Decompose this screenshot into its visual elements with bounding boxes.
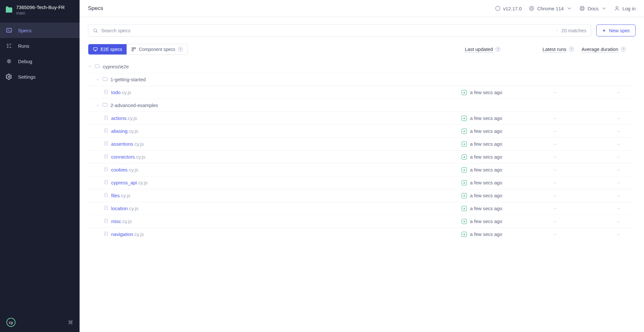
git-added-icon: +: [462, 167, 467, 172]
cell-latest-runs: --: [533, 90, 578, 95]
sidebar-item-label: Specs: [18, 28, 32, 33]
row-name: navigation.cy.js: [88, 231, 462, 237]
row-name: cypress\e2e: [88, 63, 632, 70]
cypress-version[interactable]: v12.17.0: [495, 5, 522, 11]
sidebar-footer: cy ⌘: [0, 313, 80, 332]
spec-row[interactable]: cookies.cy.js+a few secs ago----: [88, 163, 632, 176]
docs-link[interactable]: Docs: [579, 5, 607, 11]
login-button[interactable]: Log in: [614, 5, 636, 11]
svg-rect-0: [7, 28, 12, 32]
cell-latest-runs: --: [533, 128, 578, 134]
chevron-down-icon[interactable]: [96, 103, 100, 107]
spec-row[interactable]: connectors.cy.js+a few secs ago----: [88, 150, 632, 163]
git-added-icon: +: [462, 90, 467, 95]
git-added-icon: +: [462, 154, 467, 160]
help-icon[interactable]: ?: [178, 47, 183, 52]
spec-row[interactable]: misc.cy.js+a few secs ago----: [88, 215, 632, 228]
updated-text: a few secs ago: [470, 128, 502, 134]
spec-filename: todo.cy.js: [111, 90, 131, 95]
git-added-icon: +: [462, 193, 467, 198]
sidebar: 7365096-Tech-Buy-FR main Specs Runs Debu…: [0, 0, 80, 332]
spec-filename: navigation.cy.js: [111, 231, 144, 237]
cell-latest-runs: --: [533, 193, 578, 198]
updated-text: a few secs ago: [470, 206, 502, 211]
tab-label: E2E specs: [101, 47, 122, 52]
project-name: 7365096-Tech-Buy-FR: [16, 5, 65, 10]
file-icon: [103, 89, 109, 95]
cell-latest-runs: --: [533, 180, 578, 185]
help-icon[interactable]: ?: [495, 47, 501, 52]
cell-latest-runs: --: [533, 141, 578, 147]
topbar: Specs v12.17.0 Chrome 114 Docs Log in: [80, 0, 644, 17]
spec-filename: cookies.cy.js: [111, 167, 138, 172]
search-input[interactable]: [101, 28, 553, 33]
spec-filename: connectors.cy.js: [111, 154, 145, 160]
svg-rect-10: [93, 48, 97, 50]
sidebar-item-runs[interactable]: Runs: [0, 38, 80, 54]
cell-avg-duration: --: [578, 154, 632, 160]
spec-row[interactable]: todo.cy.js+a few secs ago----: [88, 86, 632, 99]
svg-point-3: [495, 6, 500, 11]
spec-row[interactable]: actions.cy.js+a few secs ago----: [88, 112, 632, 124]
spec-list-scroll[interactable]: cypress\e2e1-getting-startedtodo.cy.js+a…: [80, 59, 644, 332]
docs-text: Docs: [588, 6, 599, 11]
folder-icon: [94, 63, 100, 70]
specs-icon: [6, 27, 12, 34]
sidebar-item-label: Settings: [18, 74, 35, 80]
svg-point-8: [616, 6, 618, 8]
help-icon[interactable]: ?: [569, 47, 574, 52]
column-header-runs[interactable]: Latest runs: [543, 46, 566, 53]
updated-text: a few secs ago: [470, 90, 502, 95]
svg-point-2: [8, 76, 10, 78]
monitor-icon: [93, 47, 98, 52]
main-content: Specs v12.17.0 Chrome 114 Docs Log in: [80, 0, 644, 332]
search-box[interactable]: 20 matches: [88, 24, 591, 37]
spec-row[interactable]: assertions.cy.js+a few secs ago----: [88, 137, 632, 150]
sidebar-item-debug[interactable]: Debug: [0, 54, 80, 69]
folder-row[interactable]: 2-advanced-examples: [88, 99, 632, 112]
file-icon: [103, 128, 109, 134]
browser-selector[interactable]: Chrome 114: [529, 5, 572, 11]
git-added-icon: +: [462, 232, 467, 237]
cell-avg-duration: --: [578, 180, 632, 185]
svg-point-1: [8, 60, 10, 63]
column-header-duration[interactable]: Average duration: [582, 46, 618, 53]
project-switcher[interactable]: 7365096-Tech-Buy-FR main: [0, 0, 80, 20]
row-name: 2-advanced-examples: [88, 102, 632, 109]
column-header-updated[interactable]: Last updated: [465, 46, 493, 53]
version-text: v12.17.0: [503, 6, 522, 11]
folder-row[interactable]: 1-getting-started: [88, 73, 632, 86]
help-icon[interactable]: ?: [621, 47, 626, 52]
sidebar-nav: Specs Runs Debug Settings: [0, 20, 80, 84]
tab-e2e-specs[interactable]: E2E specs: [88, 44, 127, 54]
updated-text: a few secs ago: [470, 180, 502, 185]
cypress-logo-icon[interactable]: cy: [6, 318, 15, 327]
git-added-icon: +: [462, 206, 467, 211]
project-branch: main: [16, 11, 65, 15]
keyboard-shortcuts-icon[interactable]: ⌘: [68, 319, 73, 326]
folder-row[interactable]: cypress\e2e: [88, 60, 632, 73]
cell-avg-duration: --: [578, 115, 632, 121]
updated-text: a few secs ago: [470, 231, 502, 237]
row-name: actions.cy.js: [88, 115, 462, 121]
sidebar-item-settings[interactable]: Settings: [0, 69, 80, 84]
sidebar-item-specs[interactable]: Specs: [0, 23, 80, 38]
spec-row[interactable]: location.cy.js+a few secs ago----: [88, 202, 632, 215]
chevron-down-icon: [566, 5, 572, 11]
updated-text: a few secs ago: [470, 154, 502, 160]
cell-latest-runs: --: [533, 206, 578, 211]
cell-avg-duration: --: [578, 90, 632, 95]
chevron-down-icon[interactable]: [88, 64, 92, 68]
new-spec-button[interactable]: New spec: [596, 24, 636, 36]
spec-row[interactable]: files.cy.js+a few secs ago----: [88, 189, 632, 202]
spec-row[interactable]: cypress_api.cy.js+a few secs ago----: [88, 176, 632, 189]
cell-avg-duration: --: [578, 128, 632, 134]
spec-row[interactable]: navigation.cy.js+a few secs ago----: [88, 228, 632, 240]
spec-row[interactable]: aliasing.cy.js+a few secs ago----: [88, 124, 632, 137]
spec-filename: files.cy.js: [111, 193, 130, 198]
spec-filename: actions.cy.js: [111, 115, 137, 121]
login-text: Log in: [622, 6, 636, 11]
tab-component-specs[interactable]: Component specs ?: [127, 44, 187, 54]
chevron-down-icon[interactable]: [96, 78, 100, 82]
plus-icon: [602, 28, 606, 33]
